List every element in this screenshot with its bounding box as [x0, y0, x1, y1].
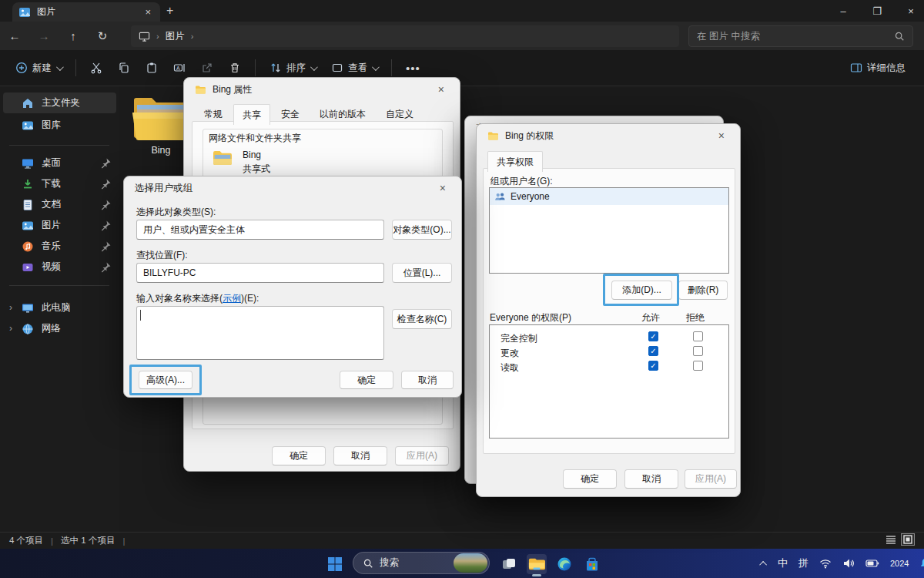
window-maximize-button[interactable]: ❐	[860, 0, 894, 22]
group-users-icon	[494, 192, 506, 202]
object-type-field[interactable]: 用户、组或内置安全主体	[136, 220, 384, 240]
this-pc-icon	[22, 302, 34, 314]
nav-refresh-icon[interactable]: ↻	[88, 29, 117, 43]
tab-share-permissions[interactable]: 共享权限	[487, 151, 543, 172]
nav-back-icon[interactable]: ←	[0, 29, 29, 42]
ime-language-button[interactable]: 中	[772, 556, 793, 570]
windows-logo-icon	[327, 556, 343, 572]
ime-mode-button[interactable]: 拼	[793, 556, 814, 570]
sidebar-item-network[interactable]: 网络	[3, 318, 116, 339]
highlight-advanced-button	[129, 365, 202, 395]
permissions-cancel-button[interactable]: 取消	[624, 469, 678, 489]
sidebar-item-desktop[interactable]: 桌面	[3, 153, 116, 173]
locations-button[interactable]: 位置(L)...	[392, 263, 452, 283]
close-icon[interactable]: ×	[435, 180, 450, 196]
taskbar-search-box[interactable]: 搜索	[353, 552, 490, 574]
edge-taskbar-button[interactable]	[554, 554, 574, 574]
properties-cancel-button[interactable]: 取消	[333, 446, 387, 465]
nav-forward-icon[interactable]: →	[29, 29, 59, 42]
explorer-search-input[interactable]: 在 图片 中搜索	[688, 25, 913, 47]
window-close-button[interactable]: ×	[894, 0, 924, 22]
window-minimize-button[interactable]: –	[826, 0, 860, 22]
properties-ok-button[interactable]: 确定	[272, 446, 326, 465]
wifi-icon[interactable]	[814, 558, 837, 569]
store-taskbar-button[interactable]	[582, 554, 602, 574]
deny-checkbox-full-control[interactable]	[693, 331, 703, 341]
new-button[interactable]: 新建	[8, 55, 69, 81]
paste-button[interactable]	[138, 55, 166, 81]
permissions-tabs: 共享权限	[487, 150, 543, 171]
explorer-titlebar: 图片 × + – ❐ ×	[0, 0, 924, 22]
thumbnail-view-toggle-button[interactable]	[901, 533, 915, 546]
object-names-input[interactable]	[136, 306, 384, 360]
thumbnail-view-icon	[903, 535, 912, 544]
remove-button[interactable]: 删除(R)	[678, 281, 728, 300]
sidebar-item-this-pc[interactable]: 此电脑	[3, 297, 116, 318]
tray-expand-chevron-icon[interactable]	[756, 561, 772, 566]
select-cancel-button[interactable]: 取消	[401, 371, 454, 389]
location-field[interactable]: BILLYFU-PC	[136, 263, 384, 283]
permissions-apply-button[interactable]: 应用(A)	[685, 469, 737, 489]
task-view-button[interactable]	[499, 554, 519, 574]
sidebar-item-documents[interactable]: 文档	[3, 194, 116, 215]
sidebar-item-music[interactable]: 音乐	[3, 236, 116, 257]
allow-checkbox-read[interactable]	[648, 361, 658, 371]
status-separator: |	[51, 536, 53, 546]
sidebar-divider	[9, 285, 109, 286]
share-icon	[201, 62, 213, 74]
sidebar-item-downloads[interactable]: 下载	[3, 173, 116, 194]
select-ok-button[interactable]: 确定	[340, 371, 393, 389]
breadcrumb-sep-icon: ›	[191, 32, 194, 41]
object-types-button[interactable]: 对象类型(O)...	[392, 220, 452, 240]
taskbar-search-placeholder: 搜索	[380, 556, 399, 570]
tab-customize[interactable]: 自定义	[377, 103, 423, 124]
permissions-ok-button[interactable]: 确定	[563, 469, 617, 489]
sidebar-item-videos[interactable]: 视频	[3, 257, 116, 277]
sidebar-item-pictures[interactable]: 图片	[3, 215, 116, 236]
breadcrumb[interactable]: › 图片 ›	[131, 25, 679, 47]
start-button[interactable]	[325, 554, 345, 574]
task-view-icon	[501, 556, 517, 572]
copy-button[interactable]	[110, 55, 138, 81]
allow-checkbox-change[interactable]	[648, 346, 658, 356]
sidebar-item-label: 文档	[42, 198, 61, 211]
nav-up-icon[interactable]: ↑	[59, 29, 88, 42]
allow-checkbox-full-control[interactable]	[648, 331, 658, 341]
volume-icon[interactable]	[837, 558, 860, 569]
examples-link[interactable]: 示例	[223, 293, 241, 304]
group-usernames-listbox[interactable]: Everyone	[489, 187, 729, 274]
cut-button[interactable]	[82, 55, 110, 81]
new-tab-button[interactable]: +	[166, 4, 173, 18]
deny-checkbox-change[interactable]	[693, 346, 703, 356]
documents-icon	[22, 199, 34, 211]
file-explorer-taskbar-button[interactable]	[527, 554, 547, 574]
battery-icon[interactable]	[860, 559, 885, 568]
close-icon[interactable]: ×	[714, 128, 729, 143]
tab-title: 图片	[37, 5, 55, 18]
close-icon[interactable]: ×	[434, 82, 449, 97]
permissions-for-label: Everyone 的权限(P)	[490, 311, 571, 324]
location-label: 查找位置(F):	[136, 249, 188, 262]
svg-text:A: A	[176, 66, 180, 71]
sidebar-item-gallery[interactable]: 图库	[3, 115, 116, 136]
tab-security[interactable]: 安全	[272, 103, 309, 124]
explorer-tab[interactable]: 图片 ×	[12, 2, 160, 22]
deny-checkbox-read[interactable]	[693, 361, 703, 371]
details-pane-label: 详细信息	[867, 62, 906, 75]
breadcrumb-crumb[interactable]: 图片	[166, 30, 185, 43]
search-placeholder: 在 图片 中搜索	[697, 30, 760, 43]
tab-sharing[interactable]: 共享	[233, 104, 270, 125]
check-names-button[interactable]: 检查名称(C)	[392, 309, 452, 329]
notification-bell-icon[interactable]	[914, 557, 924, 570]
member-row-everyone[interactable]: Everyone	[490, 188, 728, 205]
sidebar-item-home[interactable]: 主文件夹	[3, 92, 116, 113]
tab-close-icon[interactable]: ×	[142, 6, 154, 18]
tab-previous-versions[interactable]: 以前的版本	[310, 103, 375, 124]
tab-general[interactable]: 常规	[195, 103, 232, 124]
taskbar-clock[interactable]: 2024	[885, 559, 914, 568]
properties-apply-button[interactable]: 应用(A)	[395, 446, 449, 465]
details-pane-button[interactable]: 详细信息	[842, 55, 913, 81]
desktop: 图片 × + – ❐ × ← → ↑ ↻ › 图片 › 在 图片 中搜索 新建 …	[0, 0, 924, 578]
pin-icon	[99, 199, 112, 211]
list-view-toggle-button[interactable]	[884, 533, 898, 546]
